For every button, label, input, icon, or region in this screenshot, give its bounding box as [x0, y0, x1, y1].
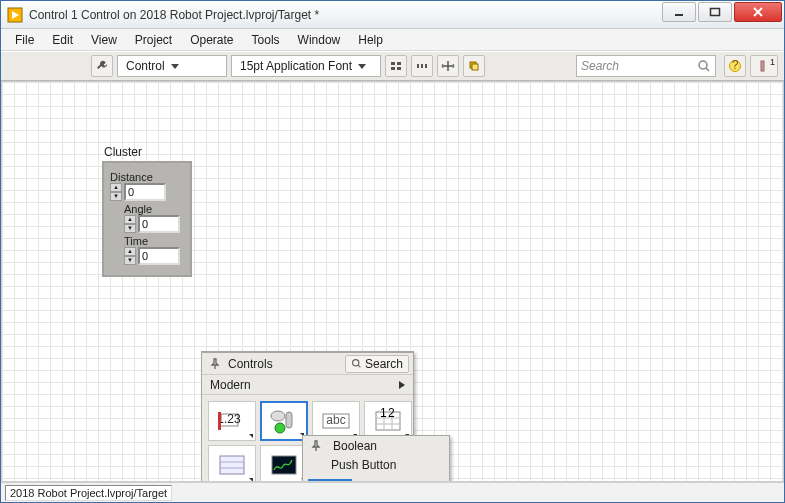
window-title: Control 1 Control on 2018 Robot Project.… — [29, 8, 662, 22]
arrow-right-icon — [399, 381, 405, 389]
distance-value[interactable]: 0 — [124, 183, 166, 201]
svg-rect-4 — [391, 62, 395, 65]
boolean-subpalette-icon[interactable] — [260, 401, 308, 441]
cluster-label: Cluster — [102, 145, 192, 159]
svg-rect-5 — [397, 62, 401, 65]
maximize-button[interactable] — [698, 2, 732, 22]
svg-point-13 — [699, 61, 707, 69]
reorder-button[interactable] — [463, 55, 485, 77]
front-panel-canvas[interactable]: Cluster Distance ▲▼ 0 Angle ▲▼ 0 Time — [1, 81, 784, 482]
svg-rect-10 — [425, 64, 427, 68]
svg-rect-9 — [421, 64, 423, 68]
menu-project[interactable]: Project — [127, 31, 180, 49]
vertical-toggle-icon[interactable] — [402, 479, 446, 482]
svg-point-21 — [271, 411, 285, 421]
numeric-subpalette-icon[interactable]: 1.23 — [208, 401, 256, 441]
subpalette-title: Boolean — [333, 439, 377, 453]
menu-view[interactable]: View — [83, 31, 125, 49]
svg-rect-29 — [220, 456, 244, 474]
badge-number: 1 — [770, 57, 775, 67]
time-spinner[interactable]: ▲▼ — [124, 247, 136, 265]
font-label: 15pt Application Font — [240, 59, 352, 73]
svg-rect-8 — [417, 64, 419, 68]
palette-header: Controls Search — [202, 353, 413, 375]
svg-rect-3 — [711, 9, 720, 16]
wrench-button[interactable] — [91, 55, 113, 77]
menu-help[interactable]: Help — [350, 31, 391, 49]
distance-label: Distance — [110, 171, 184, 183]
window-buttons — [662, 1, 784, 28]
angle-row: ▲▼ 0 — [124, 215, 184, 233]
svg-rect-16 — [761, 61, 764, 71]
search-icon — [351, 358, 362, 369]
time-row: ▲▼ 0 — [124, 247, 184, 265]
svg-point-23 — [275, 423, 285, 433]
subpalette-grid — [303, 474, 449, 482]
angle-label: Angle — [124, 203, 184, 215]
distribute-button[interactable] — [411, 55, 433, 77]
palette-category-modern[interactable]: Modern — [202, 375, 413, 395]
control-type-dropdown[interactable]: Control — [117, 55, 227, 77]
push-button-icon[interactable] — [308, 479, 352, 482]
svg-rect-7 — [397, 67, 401, 70]
palette-title: Controls — [228, 357, 345, 371]
app-window: Control 1 Control on 2018 Robot Project.… — [0, 0, 785, 503]
statusbar: 2018 Robot Project.lvproj/Target — [1, 482, 784, 502]
angle-value[interactable]: 0 — [138, 215, 180, 233]
svg-rect-22 — [286, 412, 292, 428]
chevron-down-icon — [171, 64, 179, 69]
help-button[interactable]: ? — [724, 55, 746, 77]
cluster-control[interactable]: Cluster Distance ▲▼ 0 Angle ▲▼ 0 Time — [102, 145, 192, 277]
subpalette-item-label: Push Button — [303, 456, 449, 474]
time-label: Time — [124, 235, 184, 247]
svg-rect-12 — [472, 64, 478, 70]
minimize-button[interactable] — [662, 2, 696, 22]
align-button[interactable] — [385, 55, 407, 77]
svg-rect-20 — [218, 412, 221, 430]
svg-text:2: 2 — [388, 406, 395, 420]
font-dropdown[interactable]: 15pt Application Font — [231, 55, 381, 77]
menu-window[interactable]: Window — [290, 31, 349, 49]
rocker-icon[interactable] — [355, 479, 399, 482]
search-placeholder: Search — [581, 59, 697, 73]
toolbar: Control 15pt Application Font Search ? 1 — [1, 51, 784, 81]
svg-point-17 — [353, 360, 359, 366]
app-icon — [7, 7, 23, 23]
status-path: 2018 Robot Project.lvproj/Target — [5, 485, 172, 501]
search-box[interactable]: Search — [576, 55, 716, 77]
toolbar-right: ? 1 — [724, 55, 778, 77]
pin-icon[interactable] — [206, 355, 224, 373]
menu-operate[interactable]: Operate — [182, 31, 241, 49]
category-label: Modern — [210, 378, 251, 392]
svg-rect-2 — [675, 14, 683, 16]
context-badge[interactable]: 1 — [750, 55, 778, 77]
menubar: File Edit View Project Operate Tools Win… — [1, 29, 784, 51]
distance-spinner[interactable]: ▲▼ — [110, 183, 122, 201]
resize-button[interactable] — [437, 55, 459, 77]
angle-spinner[interactable]: ▲▼ — [124, 215, 136, 233]
chevron-down-icon — [358, 64, 366, 69]
boolean-subpalette[interactable]: Boolean Push Button — [302, 435, 450, 482]
pin-icon[interactable] — [307, 437, 325, 455]
time-value[interactable]: 0 — [138, 247, 180, 265]
svg-text:abc: abc — [326, 413, 345, 427]
subpalette-header: Boolean — [303, 436, 449, 456]
list-subpalette-icon[interactable] — [208, 445, 256, 482]
svg-text:?: ? — [732, 59, 739, 72]
cluster-body: Distance ▲▼ 0 Angle ▲▼ 0 Time ▲▼ 0 — [102, 161, 192, 277]
palette-search-label: Search — [365, 357, 403, 371]
distance-row: ▲▼ 0 — [110, 183, 184, 201]
svg-rect-6 — [391, 67, 395, 70]
menu-file[interactable]: File — [7, 31, 42, 49]
menu-edit[interactable]: Edit — [44, 31, 81, 49]
svg-text:1: 1 — [380, 406, 387, 420]
dropdown-label: Control — [126, 59, 165, 73]
close-button[interactable] — [734, 2, 782, 22]
menu-tools[interactable]: Tools — [244, 31, 288, 49]
palette-search[interactable]: Search — [345, 355, 409, 373]
graph-subpalette-icon[interactable] — [260, 445, 308, 482]
titlebar[interactable]: Control 1 Control on 2018 Robot Project.… — [1, 1, 784, 29]
search-icon — [697, 59, 711, 73]
